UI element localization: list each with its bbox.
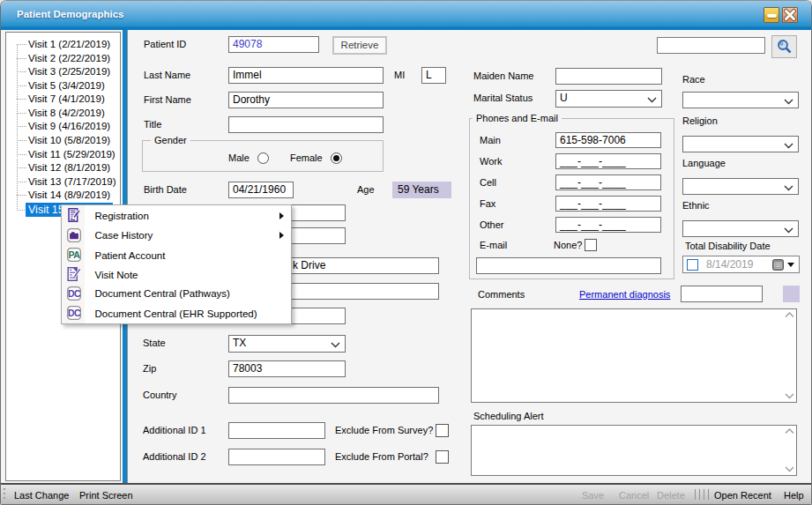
svg-text:PA: PA: [69, 249, 81, 260]
svg-text:DC: DC: [68, 308, 81, 318]
svg-text:DC: DC: [68, 288, 81, 299]
